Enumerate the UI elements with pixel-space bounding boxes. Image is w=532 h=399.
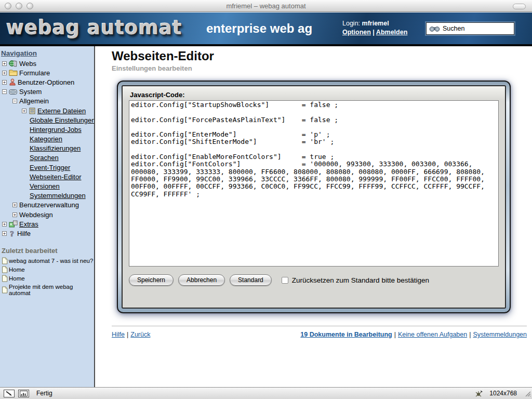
footer-link-19-dokumente-in-bearbeitung[interactable]: 19 Dokumente in Bearbeitung	[300, 331, 392, 338]
sidebar-item-extras[interactable]: +Extras	[0, 219, 94, 229]
status-text: Fertig	[36, 390, 52, 397]
sidebar-item-label: Hilfe	[17, 230, 31, 237]
recent-item-label[interactable]: Home	[9, 275, 25, 282]
options-link[interactable]: Optionen	[342, 29, 371, 36]
report-chart-icon[interactable]	[18, 390, 29, 397]
footer-left-links: Hilfe|Zurück	[112, 331, 150, 338]
sidebar-item-klassifizierungen[interactable]: Klassifizierungen	[0, 144, 94, 153]
footer-link-separator: |	[127, 331, 128, 338]
expand-icon[interactable]: +	[12, 203, 17, 207]
sidebar-item-allgemein[interactable]: −Allgemein	[0, 97, 94, 106]
sidebar-item-globale-einstellungen[interactable]: Globale Einstellungen	[0, 115, 94, 125]
sidebar-item-label[interactable]: Event-Trigger	[30, 164, 70, 171]
document-icon	[2, 286, 8, 294]
sidebar-item-label[interactable]: Webseiten-Editor	[30, 173, 81, 181]
sidebar-item-label[interactable]: Globale Einstellungen	[30, 116, 95, 124]
logout-link[interactable]: Abmelden	[376, 29, 407, 36]
user-icon	[9, 78, 16, 86]
recent-item-webag-automat-7-was-ist-neu[interactable]: webag automat 7 - was ist neu?	[0, 257, 94, 265]
sidebar-item-hilfe[interactable]: +?Hilfe	[0, 229, 94, 238]
sidebar-item-webdesign[interactable]: +Webdesign	[0, 210, 94, 219]
expand-icon[interactable]: +	[2, 61, 7, 66]
extras-tools-icon	[9, 220, 18, 228]
folder-icon	[9, 70, 18, 76]
sidebar-item-hintergrund-jobs[interactable]: Hintergrund-Jobs	[0, 125, 94, 134]
app-header: webag automat enterprise web ag Login: m…	[0, 12, 532, 44]
window-titlebar: mfriemel – webag automat	[0, 0, 532, 12]
system-icon	[9, 89, 18, 95]
sidebar-item-benutzer-optionen[interactable]: +Benutzer-Optionen	[0, 77, 94, 87]
sidebar-item-webs[interactable]: +Webs	[0, 59, 94, 68]
footer-link-zur-ck[interactable]: Zurück	[130, 331, 150, 338]
expand-icon[interactable]: +	[2, 80, 7, 85]
recent-item-projekte-mit-dem-webag-automat[interactable]: Projekte mit dem webag automat	[0, 283, 94, 297]
sidebar-item-label[interactable]: Klassifizierungen	[30, 144, 81, 152]
sidebar-item-label: System	[19, 88, 42, 96]
recent-item-label[interactable]: Home	[9, 267, 25, 273]
expand-icon[interactable]: +	[2, 71, 7, 75]
sidebar-item-label[interactable]: Sprachen	[30, 154, 59, 162]
sidebar-item-externe-dateien[interactable]: +Externe Dateien	[0, 106, 94, 115]
login-username: mfriemel	[362, 20, 389, 27]
app-logo: webag automat	[6, 17, 182, 39]
dialog-panel: Javascript-Code: editor.Config["StartupS…	[122, 85, 506, 309]
recent-item-home[interactable]: Home	[0, 274, 94, 283]
recent-list: webag automat 7 - was ist neu?HomeHomePr…	[0, 257, 94, 297]
resize-grip[interactable]	[524, 390, 531, 397]
sidebar-item-label[interactable]: Systemmeldungen	[30, 192, 86, 200]
toolbar-toggle-button[interactable]	[513, 4, 526, 9]
sidebar-item-sprachen[interactable]: Sprachen	[0, 153, 94, 163]
page-footer: Hilfe|Zurück 19 Dokumente in Bearbeitung…	[112, 326, 527, 338]
window-title: mfriemel – webag automat	[0, 2, 532, 10]
nav-tree: +Webs+Formulare+Benutzer-Optionen−System…	[0, 59, 94, 238]
status-right: 532x399	[475, 390, 532, 397]
sidebar-item-label[interactable]: Hintergrund-Jobs	[30, 126, 82, 134]
page-subtitle: Einstellungen bearbeiten	[112, 64, 192, 72]
footer-link-hilfe[interactable]: Hilfe	[112, 331, 125, 338]
sidebar-item-label[interactable]: Extras	[19, 220, 38, 228]
resolution-indicator: 532x399	[489, 390, 517, 397]
footer-link-keine-offenen-aufgaben[interactable]: Keine offenen Aufgaben	[398, 331, 467, 338]
expand-icon[interactable]: +	[2, 231, 7, 236]
sidebar-item-system[interactable]: −System	[0, 87, 94, 97]
expand-icon[interactable]: +	[22, 109, 26, 113]
navigation-header[interactable]: Navigation	[1, 49, 94, 57]
sidebar-item-label: Allgemein	[19, 97, 49, 105]
expand-icon[interactable]: +	[2, 222, 7, 227]
recent-header: Zuletzt bearbeitet	[2, 247, 94, 255]
debug-bug-icon[interactable]	[475, 390, 483, 397]
editor-settings-dialog: Javascript-Code: editor.Config["StartupS…	[117, 81, 511, 313]
code-label: Javascript-Code:	[130, 91, 499, 99]
abbrechen-button[interactable]: Abbrechen	[178, 274, 225, 286]
sidebar-item-formulare[interactable]: +Formulare	[0, 68, 94, 77]
speichern-button[interactable]: Speichern	[129, 274, 174, 286]
javascript-code-textarea[interactable]: editor.Config["StartupShowBlocks"] = fal…	[129, 100, 499, 267]
footer-link-systemmeldungen[interactable]: Systemmeldungen	[473, 331, 527, 338]
sidebar-item-label: Webdesign	[19, 211, 53, 219]
sidebar-item-webseiten-editor[interactable]: Webseiten-Editor	[0, 172, 94, 181]
document-icon	[2, 257, 8, 264]
collapse-icon[interactable]: −	[2, 89, 7, 94]
footer-link-separator: |	[469, 331, 471, 338]
draw-tool-icon[interactable]	[4, 390, 15, 397]
sidebar-item-label[interactable]: Externe Dateien	[37, 107, 86, 115]
login-link-separator: |	[373, 29, 375, 36]
standard-button[interactable]: Standard	[230, 274, 272, 286]
sidebar-item-systemmeldungen[interactable]: Systemmeldungen	[0, 191, 94, 201]
sidebar-item-event-trigger[interactable]: Event-Trigger	[0, 163, 94, 172]
search-input[interactable]	[443, 25, 508, 32]
status-bar: Fertig 532x399	[0, 387, 532, 399]
sidebar-item-label[interactable]: Kategorien	[30, 135, 62, 143]
collapse-icon[interactable]: −	[12, 99, 17, 103]
sidebar-item-benutzerverwaltung[interactable]: +Benutzerverwaltung	[0, 201, 94, 210]
sidebar-item-kategorien[interactable]: Kategorien	[0, 135, 94, 144]
reset-confirm-label: Zurücksetzen zum Standard bitte bestätig…	[292, 276, 429, 284]
sidebar-item-label[interactable]: Versionen	[30, 182, 60, 190]
recent-item-home[interactable]: Home	[0, 265, 94, 274]
recent-item-label[interactable]: Projekte mit dem webag automat	[9, 284, 94, 296]
reset-confirm-checkbox[interactable]	[282, 277, 288, 284]
sidebar-item-versionen[interactable]: Versionen	[0, 181, 94, 191]
recent-item-label[interactable]: webag automat 7 - was ist neu?	[9, 258, 93, 264]
expand-icon[interactable]: +	[12, 212, 17, 217]
search-box[interactable]	[426, 22, 514, 35]
